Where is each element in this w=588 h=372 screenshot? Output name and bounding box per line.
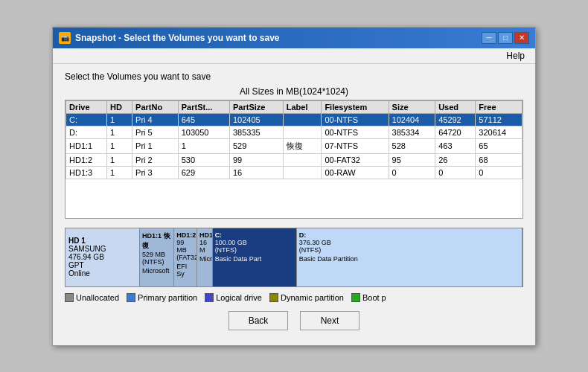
col-partno: PartNo: [132, 100, 179, 113]
disk-name: HD 1: [68, 237, 136, 245]
table-cell-9: 320614: [476, 126, 523, 138]
table-cell-7: 95: [389, 153, 435, 166]
table-cell-2: Pri 5: [132, 126, 179, 138]
table-cell-1: 1: [107, 126, 132, 138]
col-label: Label: [283, 100, 322, 113]
table-cell-0: C:: [66, 113, 107, 126]
table-cell-4: 529: [229, 138, 283, 153]
col-used: Used: [435, 100, 476, 113]
table-row[interactable]: D:1Pri 510305038533500-NTFS3853346472032…: [66, 126, 523, 138]
legend-logical: Logical drive: [205, 293, 262, 302]
legend-label-primary: Primary partition: [138, 293, 197, 302]
next-button[interactable]: Next: [300, 311, 359, 330]
col-filesystem: Filesystem: [322, 100, 389, 113]
table-cell-3: 645: [178, 113, 229, 126]
disk-info-block: HD 1 SAMSUNG 476.94 GB GPT Online: [65, 228, 140, 286]
table-cell-2: Pri 2: [132, 153, 179, 166]
legend-label-unallocated: Unallocated: [76, 293, 119, 302]
table-row[interactable]: HD1:31Pri 36291600-RAW000: [66, 166, 523, 179]
table-cell-4: 385335: [229, 126, 283, 138]
main-window: 📷 Snapshot - Select the Volumes you want…: [52, 27, 536, 346]
disk-size: 476.94 GB: [68, 253, 136, 261]
volumes-table: Drive HD PartNo PartSt... PartSize Label…: [65, 100, 523, 179]
title-controls: ─ □ ✕: [482, 32, 529, 44]
table-cell-4: 16: [229, 166, 283, 179]
window-title: Snapshot - Select the Volumes you want t…: [75, 33, 280, 43]
table-cell-8: 45292: [435, 113, 476, 126]
back-button[interactable]: Back: [229, 311, 288, 330]
instruction-text: Select the Volumes you want to save: [65, 71, 523, 82]
table-cell-2: Pri 3: [132, 166, 179, 179]
partition-hd1-1[interactable]: HD1:1 恢復 529 MB (NTFS) Microsoft: [140, 228, 174, 286]
table-cell-6: 00-RAW: [322, 166, 389, 179]
legend-unallocated: Unallocated: [65, 293, 119, 302]
col-partst: PartSt...: [178, 100, 229, 113]
table-cell-3: 629: [178, 166, 229, 179]
disk-map: HD 1 SAMSUNG 476.94 GB GPT Online HD1:1 …: [65, 228, 523, 287]
table-cell-7: 102404: [389, 113, 435, 126]
legend-label-boot: Boot p: [362, 293, 386, 302]
partition-hd1-3[interactable]: HD1: 16 M Micr: [197, 228, 213, 286]
legend-label-dynamic: Dynamic partition: [281, 293, 344, 302]
help-menu[interactable]: Help: [502, 50, 529, 62]
table-cell-1: 1: [107, 153, 132, 166]
table-header: Drive HD PartNo PartSt... PartSize Label…: [66, 100, 523, 113]
col-partsize: PartSize: [229, 100, 283, 113]
content-area: Select the Volumes you want to save All …: [53, 64, 535, 345]
disk-model: SAMSUNG: [68, 245, 136, 253]
table-row[interactable]: C:1Pri 464510240500-NTFS1024044529257112: [66, 113, 523, 126]
table-cell-9: 57112: [476, 113, 523, 126]
legend-box-dynamic: [269, 293, 278, 302]
legend-boot: Boot p: [351, 293, 386, 302]
table-cell-5: [283, 126, 322, 138]
minimize-button[interactable]: ─: [482, 32, 496, 44]
table-cell-3: 1: [178, 138, 229, 153]
volumes-table-container: Drive HD PartNo PartSt... PartSize Label…: [65, 100, 523, 219]
legend-box-boot: [351, 293, 360, 302]
title-bar: 📷 Snapshot - Select the Volumes you want…: [53, 28, 535, 48]
table-cell-7: 385334: [389, 126, 435, 138]
table-cell-8: 0: [435, 166, 476, 179]
table-cell-9: 68: [476, 153, 523, 166]
legend-primary: Primary partition: [127, 293, 197, 302]
table-cell-3: 103050: [178, 126, 229, 138]
table-cell-5: 恢復: [283, 138, 322, 153]
table-cell-9: 65: [476, 138, 523, 153]
table-cell-8: 64720: [435, 126, 476, 138]
disk-status: Online: [68, 269, 136, 278]
table-cell-8: 26: [435, 153, 476, 166]
table-cell-1: 1: [107, 113, 132, 126]
partition-hd1-2[interactable]: HD1:2 99 MB (FAT32 EFI Sy: [174, 228, 197, 286]
table-cell-5: [283, 166, 322, 179]
disk-type: GPT: [68, 261, 136, 269]
table-cell-7: 528: [389, 138, 435, 153]
table-cell-5: [283, 113, 322, 126]
title-bar-left: 📷 Snapshot - Select the Volumes you want…: [59, 32, 280, 44]
table-cell-4: 102405: [229, 113, 283, 126]
disk-partitions: HD1:1 恢復 529 MB (NTFS) Microsoft HD1:2 9…: [140, 228, 523, 286]
table-row[interactable]: HD1:11Pri 11529恢復07-NTFS52846365: [66, 138, 523, 153]
table-cell-9: 0: [476, 166, 523, 179]
size-note: All Sizes in MB(1024*1024): [65, 86, 523, 97]
table-row[interactable]: HD1:21Pri 25309900-FAT32952668: [66, 153, 523, 166]
menu-bar: Help: [53, 48, 535, 64]
legend-box-logical: [205, 293, 214, 302]
table-body: C:1Pri 464510240500-NTFS1024044529257112…: [66, 113, 523, 179]
legend-label-logical: Logical drive: [216, 293, 262, 302]
col-free: Free: [476, 100, 523, 113]
maximize-button[interactable]: □: [498, 32, 513, 44]
table-cell-8: 463: [435, 138, 476, 153]
table-cell-3: 530: [178, 153, 229, 166]
table-cell-0: D:: [66, 126, 107, 138]
col-drive: Drive: [66, 100, 107, 113]
table-cell-0: HD1:2: [66, 153, 107, 166]
table-cell-1: 1: [107, 138, 132, 153]
col-hd: HD: [107, 100, 132, 113]
partition-c[interactable]: C: 100.00 GB (NTFS) Basic Data Part: [213, 228, 297, 286]
table-cell-6: 00-NTFS: [322, 126, 389, 138]
legend-box-unallocated: [65, 293, 74, 302]
partition-d[interactable]: D: 376.30 GB (NTFS) Basic Data Partition: [297, 228, 523, 286]
legend-section: Unallocated Primary partition Logical dr…: [65, 293, 523, 302]
close-button[interactable]: ✕: [514, 32, 529, 44]
legend-dynamic: Dynamic partition: [269, 293, 344, 302]
